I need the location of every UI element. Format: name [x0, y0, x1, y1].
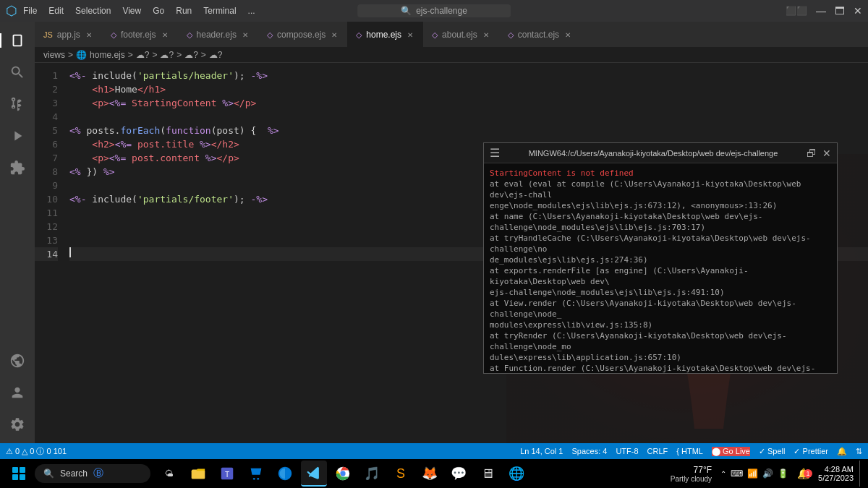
sidebar-item-account[interactable] [4, 380, 30, 406]
taskbar-app8[interactable]: S [388, 461, 414, 487]
sidebar-item-run[interactable] [4, 123, 30, 149]
search-label: Search [60, 468, 88, 479]
title-bar-search[interactable]: 🔍 ejs-challenge [357, 4, 511, 17]
breadcrumb-home[interactable]: home.ejs [90, 50, 125, 60]
status-encoding[interactable]: UTF-8 [616, 447, 638, 455]
tab-footer-ejs[interactable]: ◇ footer.ejs ✕ [102, 22, 178, 47]
terminal-minimize[interactable]: 🗗 [807, 147, 817, 159]
tab-close-icon[interactable]: ✕ [241, 30, 250, 40]
menu-selection[interactable]: Selection [75, 6, 111, 16]
title-bar: ⬡ File Edit Selection View Go Run Termin… [0, 0, 868, 22]
sidebar-item-settings[interactable] [4, 411, 30, 437]
status-golive[interactable]: ⬤ Go Live [712, 447, 750, 456]
title-search-text: ejs-challenge [416, 6, 467, 16]
minimize-button[interactable]: — [816, 5, 826, 17]
term-error-line: StartingContent is not defined [490, 168, 831, 179]
taskbar-chrome[interactable] [330, 461, 356, 487]
terminal-close[interactable]: ✕ [822, 147, 831, 159]
start-button[interactable] [6, 461, 32, 487]
tray-network[interactable]: 📶 [747, 468, 758, 479]
tab-close-icon[interactable]: ✕ [330, 30, 339, 40]
status-sync[interactable]: ⇅ [856, 447, 862, 456]
maximize-button[interactable]: 🗖 [835, 5, 845, 17]
notification-bell[interactable]: 🔔 1 [794, 468, 812, 479]
tab-label: footer.ejs [121, 30, 156, 40]
taskbar-teams[interactable]: T [214, 461, 240, 487]
terminal-body[interactable]: StartingContent is not defined at eval (… [484, 163, 837, 373]
taskbar-file-explorer[interactable] [185, 461, 211, 487]
taskbar-widgets[interactable]: 🌤 [156, 461, 182, 487]
ejs-icon: ◇ [111, 30, 116, 40]
code-line-2: <h1> Home </h1> [69, 82, 868, 96]
taskbar-terminal[interactable]: 🖥 [475, 461, 501, 487]
menu-file[interactable]: File [23, 6, 37, 16]
svg-point-9 [340, 471, 345, 476]
status-eol[interactable]: CRLF [647, 447, 668, 455]
tab-app-js[interactable]: JS app.js ✕ [35, 22, 102, 47]
tray-arrow[interactable]: ⌃ [720, 470, 726, 478]
breadcrumb-views[interactable]: views [43, 50, 65, 60]
tab-contact-ejs[interactable]: ◇ contact.ejs ✕ [499, 22, 581, 47]
tab-close-icon[interactable]: ✕ [406, 30, 414, 40]
tab-compose-ejs[interactable]: ◇ compose.ejs ✕ [258, 22, 347, 47]
tab-home-ejs[interactable]: ◇ home.ejs ✕ [347, 22, 423, 47]
tab-about-ejs[interactable]: ◇ about.ejs ✕ [423, 22, 499, 47]
term-stacktrace-3: at tryHandleCache (C:\Users\Ayanakoji-ki… [490, 233, 831, 265]
sidebar-item-explorer[interactable] [4, 27, 30, 53]
taskbar-vscode[interactable] [301, 461, 327, 487]
menu-run[interactable]: Run [176, 6, 192, 16]
code-line-4 [69, 110, 868, 124]
tab-close-icon[interactable]: ✕ [482, 30, 490, 40]
taskbar-search[interactable]: 🔍 Search Ⓑ [35, 464, 150, 483]
taskbar-whatsapp[interactable]: 💬 [446, 461, 472, 487]
sidebar-item-search[interactable] [4, 59, 30, 85]
status-position[interactable]: Ln 14, Col 1 [520, 447, 563, 455]
menu-edit[interactable]: Edit [48, 6, 64, 16]
clock-time: 4:28 AM [818, 465, 854, 474]
tab-label: app.js [57, 30, 80, 40]
menu-terminal[interactable]: Terminal [203, 6, 236, 16]
activity-bar [0, 22, 35, 443]
menu-go[interactable]: Go [153, 6, 164, 16]
search-icon: 🔍 [43, 468, 54, 479]
status-errors[interactable]: ⚠ 0 △ 0 ⓘ 0 101 [6, 446, 67, 457]
svg-point-7 [257, 478, 259, 480]
tab-header-ejs[interactable]: ◇ header.ejs ✕ [178, 22, 258, 47]
window-layouts[interactable]: ⬛⬛ [786, 6, 807, 16]
show-desktop[interactable] [859, 461, 862, 487]
menu-more[interactable]: ... [248, 6, 255, 16]
editor-content[interactable]: 1 2 3 4 5 6 7 8 9 10 11 12 13 14 <%- inc… [35, 63, 868, 443]
terminal-menu-icon[interactable]: ☰ [490, 146, 500, 160]
status-bell[interactable]: 🔔 [837, 447, 847, 456]
taskbar-spotify[interactable]: 🎵 [359, 461, 385, 487]
close-button[interactable]: ✕ [854, 5, 862, 17]
sidebar-item-remote[interactable] [4, 348, 30, 374]
taskbar-browser2[interactable]: 🌐 [503, 461, 529, 487]
line-numbers: 1 2 3 4 5 6 7 8 9 10 11 12 13 14 [35, 63, 64, 443]
bing-icon: Ⓑ [93, 467, 103, 480]
status-language[interactable]: { HTML [676, 447, 703, 455]
tray-battery[interactable]: 🔋 [778, 468, 788, 479]
tab-close-icon[interactable]: ✕ [161, 30, 169, 40]
taskbar-weather[interactable]: 77°F Partly cloudy [668, 465, 715, 483]
tab-close-icon[interactable]: ✕ [563, 30, 572, 40]
tray-keyboard[interactable]: ⌨ [731, 468, 743, 479]
tray-volume[interactable]: 🔊 [762, 468, 773, 479]
weather-temp: 77°F [694, 465, 712, 475]
sidebar-item-source-control[interactable] [4, 91, 30, 117]
svg-rect-4 [192, 471, 205, 479]
clock-date: 5/27/2023 [818, 474, 854, 482]
system-clock[interactable]: 4:28 AM 5/27/2023 [818, 465, 854, 482]
status-spell[interactable]: ✓ Spell [759, 447, 786, 456]
status-spaces[interactable]: Spaces: 4 [571, 447, 607, 455]
taskbar-store[interactable] [243, 461, 269, 487]
status-prettier[interactable]: ✓ Prettier [793, 447, 828, 456]
sidebar-item-extensions[interactable] [4, 155, 30, 181]
taskbar-app9[interactable]: 🦊 [417, 461, 443, 487]
taskbar-edge[interactable] [272, 461, 298, 487]
breadcrumb-cloud1: ☁? [136, 50, 150, 60]
taskbar: 🔍 Search Ⓑ 🌤 T 🎵 S 🦊 💬 🖥 🌐 [0, 459, 868, 488]
tab-label: home.ejs [366, 30, 401, 40]
tab-close-icon[interactable]: ✕ [85, 30, 93, 40]
menu-view[interactable]: View [122, 6, 141, 16]
